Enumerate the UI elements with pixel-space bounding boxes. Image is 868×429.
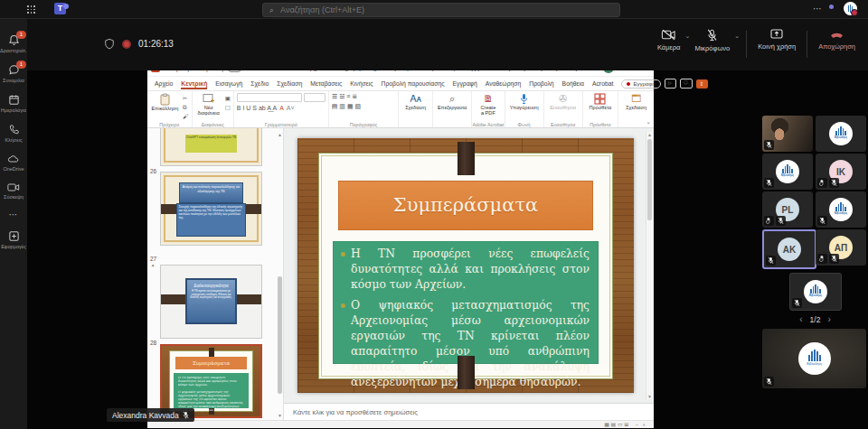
sidebar-item-onedrive[interactable]: OneDrive bbox=[0, 154, 27, 172]
mic-options-chevron-icon[interactable]: ⌄ bbox=[734, 33, 740, 40]
slide-thumbnail-27[interactable]: Διαλειτουργικότητα Η ΤΝ πρέπει να ενσωμα… bbox=[160, 265, 262, 339]
view-buttons[interactable]: ▦ ▤ ▭ ⊞ bbox=[604, 421, 628, 428]
participant-tile-logo[interactable]: Βιβλιοθήκη bbox=[816, 191, 866, 228]
search-input[interactable] bbox=[278, 5, 613, 15]
current-slide[interactable]: Συμπεράσματα Η ΤΝ προσφέρει νέες επωφελε… bbox=[297, 138, 634, 393]
copy-icon[interactable]: ⧉ bbox=[183, 104, 189, 111]
powerpoint-window: P Αυτόματη αποθήκευση ⎙ ↶ ↻ ⊡ ∨ Αρχεία_κ… bbox=[147, 60, 654, 424]
tab-file[interactable]: Αρχείο bbox=[155, 80, 173, 87]
mic-button[interactable]: Μικρόφωνο ⌄ bbox=[687, 25, 737, 56]
mic-off-icon bbox=[764, 140, 774, 150]
sidebar-item-meeting[interactable]: Σύσκεψη bbox=[0, 182, 27, 200]
app-launcher-icon[interactable] bbox=[27, 5, 35, 14]
addins-icon bbox=[594, 93, 606, 105]
sidebar-item-calls[interactable]: Κλήσεις bbox=[0, 124, 27, 143]
leave-button[interactable]: Αποχώρηση bbox=[811, 25, 863, 54]
thumb-scroll-up-icon[interactable]: ▲ bbox=[278, 132, 282, 137]
present-button[interactable]: ⊳ bbox=[665, 79, 676, 89]
user-avatar[interactable] bbox=[844, 2, 857, 15]
paste-button[interactable]: Επικόλληση bbox=[150, 93, 180, 111]
cut-icon[interactable]: ✂ bbox=[183, 95, 189, 102]
reset-icon[interactable]: ▢ bbox=[225, 104, 231, 111]
drawing-button[interactable]: 🗛 Σχεδίαση bbox=[401, 93, 429, 110]
slide-thumbnail-26[interactable]: Ανάγκη και πολιτικές παρακολούθησης και … bbox=[160, 172, 262, 246]
slide-title-banner[interactable]: Συμπεράσματα bbox=[338, 181, 594, 231]
new-slide-button[interactable]: Νέα διαφάνεια bbox=[195, 93, 222, 117]
share-screen-icon bbox=[770, 29, 783, 40]
tab-review[interactable]: Αναθεώρηση bbox=[486, 80, 521, 87]
meeting-timer: 01:26:13 bbox=[138, 39, 174, 49]
addins-button[interactable]: Πρόσθετα bbox=[586, 93, 616, 110]
comments-button[interactable]: 🗩 bbox=[680, 79, 693, 89]
tab-home[interactable]: Κεντρική bbox=[181, 80, 207, 88]
teams-logo-icon[interactable]: T bbox=[54, 3, 66, 14]
more-options-icon[interactable]: ⋯ bbox=[813, 4, 823, 14]
scroll-up-icon[interactable]: ▲ bbox=[647, 132, 652, 137]
sidebar-label: Δραστηριότ... bbox=[0, 48, 27, 53]
camera-button[interactable]: Κάμερα ⌄ bbox=[650, 25, 688, 55]
chat-badge: 1 bbox=[16, 61, 26, 69]
presence-dot bbox=[829, 5, 834, 9]
editing-button[interactable]: ⌕ Επεξεργασία bbox=[436, 93, 468, 110]
page-previous-icon[interactable]: ‹ bbox=[799, 314, 802, 324]
notes-pane[interactable]: Κάντε κλικ για να προσθέσετε σημειώσεις bbox=[284, 403, 654, 420]
designer-button[interactable]: 🗔 Σχεδίαση bbox=[621, 93, 651, 110]
tab-slideshow[interactable]: Προβολή παρουσίασης bbox=[382, 80, 445, 87]
align-buttons[interactable]: ▤ ▥ ▦ ▧ bbox=[332, 103, 395, 110]
share-button[interactable]: Κοινή χρήση bbox=[750, 25, 803, 54]
editing-group: ⌕ Επεξεργασία bbox=[433, 91, 472, 127]
participant-tile-logo[interactable]: Βιβλιοθήκη bbox=[762, 154, 813, 190]
ppt-share-button[interactable]: ⇪ bbox=[696, 79, 708, 89]
thumb-scrollbar[interactable] bbox=[278, 141, 282, 403]
participant-tile-overflow[interactable]: Βιβλιοθήκη bbox=[789, 273, 842, 311]
tab-animations[interactable]: Κινήσεις bbox=[350, 80, 373, 87]
slide-content-box[interactable]: Η ΤΝ προσφέρει νέες επωφελείς δυνατότητε… bbox=[333, 241, 599, 363]
sidebar-item-chat[interactable]: 1 Συνομιλία bbox=[0, 64, 27, 83]
tab-view[interactable]: Προβολή bbox=[529, 80, 553, 87]
record-pill-button[interactable]: Εγγραφή bbox=[621, 79, 660, 89]
search-bar[interactable]: ⌕ bbox=[262, 3, 620, 17]
list-buttons[interactable]: ☰ ☱ ≡ ≣ bbox=[332, 93, 395, 100]
mic-off-icon bbox=[817, 216, 827, 226]
zoom-controls[interactable]: － ＋ bbox=[634, 421, 646, 428]
font-size-box[interactable] bbox=[304, 93, 326, 102]
tab-insert[interactable]: Εισαγωγή bbox=[215, 80, 242, 87]
slide-editing-area: Συμπεράσματα Η ΤΝ προσφέρει νέες επωφελε… bbox=[284, 128, 654, 403]
scroll-down-icon[interactable]: ▼ bbox=[647, 394, 652, 399]
library-logo-avatar: Βιβλιοθήκη bbox=[804, 280, 827, 303]
participant-tile-logo[interactable]: Βιβλιοθήκη bbox=[816, 116, 866, 152]
video-camera-icon bbox=[7, 182, 20, 192]
participant-tile-ap[interactable]: ΑΠ bbox=[816, 229, 866, 266]
participant-tile-pl[interactable]: PL bbox=[762, 191, 813, 228]
tab-draw[interactable]: Σχέδιο bbox=[250, 80, 269, 87]
participant-tile-ik[interactable]: IK bbox=[816, 154, 866, 190]
thumb-scroll-down-icon[interactable]: ▼ bbox=[278, 413, 282, 418]
sidebar-item-more[interactable]: ⋯ bbox=[0, 210, 27, 219]
collapse-ribbon-icon[interactable]: ⌄ bbox=[646, 118, 651, 126]
slide-scrollbar[interactable]: ▲ ▼ bbox=[646, 132, 653, 399]
layout-icon[interactable]: ▣ bbox=[225, 95, 231, 102]
thumb26-body: Συνεχής παρακολούθηση της εθνικής στρατη… bbox=[176, 203, 247, 237]
tab-acrobat[interactable]: Acrobat bbox=[592, 80, 613, 87]
font-format-buttons[interactable]: B I U S ab A͟ A AA˅ bbox=[237, 105, 326, 111]
dictate-button[interactable]: Υπαγόρευση bbox=[508, 93, 541, 110]
sensitivity-button[interactable]: ✇ Ευαισθησία bbox=[547, 93, 580, 110]
sidebar-item-apps[interactable]: Εφαρμογές bbox=[0, 230, 27, 249]
create-pdf-button[interactable]: 🗎 Create a PDF bbox=[475, 93, 501, 117]
slide-thumbnail-25[interactable]: ChatGPT ενσωμάτωση λειτουργιών ΤΝ bbox=[160, 128, 262, 166]
page-next-icon[interactable]: › bbox=[827, 314, 830, 324]
tab-transitions[interactable]: Μεταβάσεις bbox=[310, 80, 342, 87]
participant-tile-large[interactable]: Βιβλιοθήκη bbox=[762, 329, 866, 388]
slide-thumbnail-28[interactable]: Συμπεράσματα Η ΤΝ προσφέρει νέες επωφελε… bbox=[160, 344, 262, 418]
sidebar-item-activity[interactable]: 1 Δραστηριότ... bbox=[0, 34, 27, 53]
tab-record[interactable]: Εγγραφή bbox=[452, 80, 476, 87]
participant-tile-video[interactable] bbox=[762, 116, 813, 152]
tab-help[interactable]: Βοήθεια bbox=[562, 80, 584, 87]
thumb26-number: 26 bbox=[150, 168, 156, 174]
recording-icon bbox=[122, 40, 131, 49]
sidebar-item-calendar[interactable]: Ημερολόγιο bbox=[0, 94, 27, 113]
tab-design[interactable]: Σχεδίαση bbox=[277, 80, 302, 87]
font-name-box[interactable] bbox=[237, 93, 302, 102]
format-painter-icon[interactable]: 🖌 bbox=[183, 113, 189, 119]
participant-tile-ak[interactable]: AK bbox=[762, 229, 816, 269]
